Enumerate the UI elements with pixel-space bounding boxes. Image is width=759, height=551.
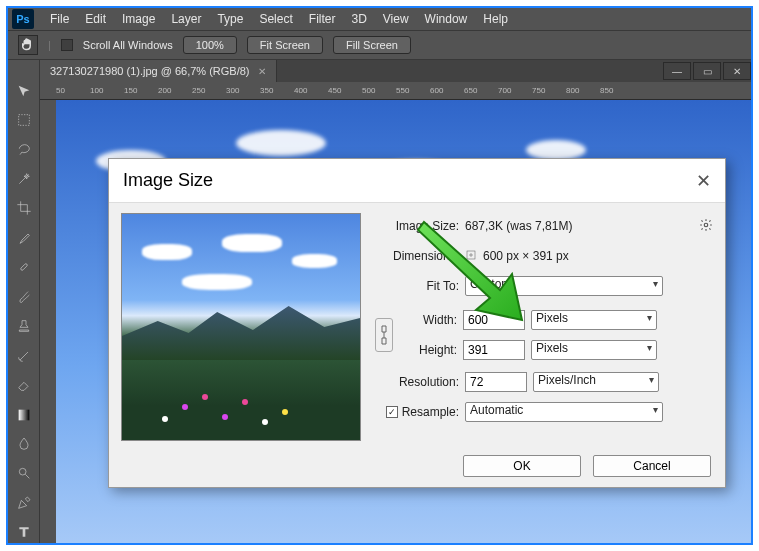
fit-to-label: Fit To:	[375, 279, 465, 293]
svg-point-4	[704, 223, 708, 227]
ruler-tick: 200	[158, 86, 171, 95]
dialog-title: Image Size	[123, 170, 213, 191]
width-unit-select[interactable]: Pixels	[531, 310, 657, 330]
lasso-tool-icon[interactable]	[13, 139, 35, 160]
svg-rect-1	[20, 264, 28, 272]
menu-edit[interactable]: Edit	[77, 12, 114, 26]
cancel-button[interactable]: Cancel	[593, 455, 711, 477]
tools-panel	[8, 60, 40, 543]
menu-file[interactable]: File	[42, 12, 77, 26]
ruler-tick: 750	[532, 86, 545, 95]
ruler-tick: 300	[226, 86, 239, 95]
gradient-tool-icon[interactable]	[13, 404, 35, 425]
menu-type[interactable]: Type	[209, 12, 251, 26]
height-input[interactable]	[463, 340, 525, 360]
image-size-dialog: Image Size ✕ Image Size: 687,3K (was 7,8…	[108, 158, 726, 488]
document-tab-title: 327130271980 (1).jpg @ 66,7% (RGB/8)	[50, 65, 250, 77]
ok-button[interactable]: OK	[463, 455, 581, 477]
menu-filter[interactable]: Filter	[301, 12, 344, 26]
menu-view[interactable]: View	[375, 12, 417, 26]
eraser-tool-icon[interactable]	[13, 374, 35, 395]
svg-rect-0	[18, 115, 29, 126]
history-brush-tool-icon[interactable]	[13, 345, 35, 366]
dodge-tool-icon[interactable]	[13, 463, 35, 484]
ruler-tick: 400	[294, 86, 307, 95]
document-tabs: 327130271980 (1).jpg @ 66,7% (RGB/8) ✕ —…	[40, 60, 751, 82]
close-window-button[interactable]: ✕	[723, 62, 751, 80]
width-input[interactable]	[463, 310, 525, 330]
height-label: Height:	[397, 343, 463, 357]
ruler-tick: 600	[430, 86, 443, 95]
hand-tool-icon[interactable]	[18, 35, 38, 55]
image-size-value: 687,3K (was 7,81M)	[465, 219, 699, 233]
ruler-tick: 100	[90, 86, 103, 95]
close-icon[interactable]: ✕	[696, 170, 711, 192]
pen-tool-icon[interactable]	[13, 492, 35, 513]
move-tool-icon[interactable]	[13, 80, 35, 101]
menu-window[interactable]: Window	[417, 12, 476, 26]
resample-label: Resample:	[402, 405, 459, 419]
menu-help[interactable]: Help	[475, 12, 516, 26]
image-size-label: Image Size:	[375, 219, 465, 233]
ps-logo: Ps	[12, 9, 34, 29]
ruler-horizontal: 5010015020025030035040045050055060065070…	[40, 82, 751, 100]
fit-to-select[interactable]: Custom	[465, 276, 663, 296]
resample-select[interactable]: Automatic	[465, 402, 663, 422]
ruler-tick: 850	[600, 86, 613, 95]
ruler-tick: 150	[124, 86, 137, 95]
magic-wand-tool-icon[interactable]	[13, 168, 35, 189]
resample-checkbox[interactable]: ✓	[386, 406, 398, 418]
menu-select[interactable]: Select	[251, 12, 300, 26]
resolution-input[interactable]	[465, 372, 527, 392]
dimensions-value: 600 px × 391 px	[483, 249, 569, 263]
type-tool-icon[interactable]	[13, 522, 35, 543]
ruler-tick: 650	[464, 86, 477, 95]
ruler-tick: 250	[192, 86, 205, 95]
menu-3d[interactable]: 3D	[343, 12, 374, 26]
constrain-proportions-icon[interactable]	[375, 318, 393, 352]
ruler-tick: 550	[396, 86, 409, 95]
fit-screen-button[interactable]: Fit Screen	[247, 36, 323, 54]
height-unit-select[interactable]: Pixels	[531, 340, 657, 360]
preview-thumbnail[interactable]	[121, 213, 361, 441]
svg-rect-2	[18, 409, 29, 420]
dimensions-label: Dimensions:	[375, 249, 465, 263]
minimize-button[interactable]: —	[663, 62, 691, 80]
ruler-tick: 450	[328, 86, 341, 95]
resolution-label: Resolution:	[375, 375, 465, 389]
zoom-level[interactable]: 100%	[183, 36, 237, 54]
gear-icon[interactable]	[699, 218, 713, 235]
document-tab[interactable]: 327130271980 (1).jpg @ 66,7% (RGB/8) ✕	[40, 60, 277, 82]
ruler-tick: 50	[56, 86, 65, 95]
scroll-all-label: Scroll All Windows	[83, 39, 173, 51]
options-bar: | Scroll All Windows 100% Fit Screen Fil…	[8, 30, 751, 60]
ruler-tick: 800	[566, 86, 579, 95]
resolution-unit-select[interactable]: Pixels/Inch	[533, 372, 659, 392]
brush-tool-icon[interactable]	[13, 286, 35, 307]
maximize-button[interactable]: ▭	[693, 62, 721, 80]
stamp-tool-icon[interactable]	[13, 316, 35, 337]
healing-tool-icon[interactable]	[13, 257, 35, 278]
marquee-tool-icon[interactable]	[13, 109, 35, 130]
ruler-tick: 500	[362, 86, 375, 95]
fill-screen-button[interactable]: Fill Screen	[333, 36, 411, 54]
ruler-tick: 700	[498, 86, 511, 95]
svg-point-3	[19, 469, 26, 476]
scroll-all-checkbox[interactable]	[61, 39, 73, 51]
blur-tool-icon[interactable]	[13, 433, 35, 454]
menu-image[interactable]: Image	[114, 12, 163, 26]
close-tab-icon[interactable]: ✕	[258, 66, 266, 77]
crop-tool-icon[interactable]	[13, 198, 35, 219]
menu-layer[interactable]: Layer	[163, 12, 209, 26]
ruler-tick: 350	[260, 86, 273, 95]
eyedropper-tool-icon[interactable]	[13, 227, 35, 248]
dimensions-toggle-icon[interactable]	[465, 249, 477, 264]
menubar: Ps File Edit Image Layer Type Select Fil…	[8, 8, 751, 30]
width-label: Width:	[397, 313, 463, 327]
